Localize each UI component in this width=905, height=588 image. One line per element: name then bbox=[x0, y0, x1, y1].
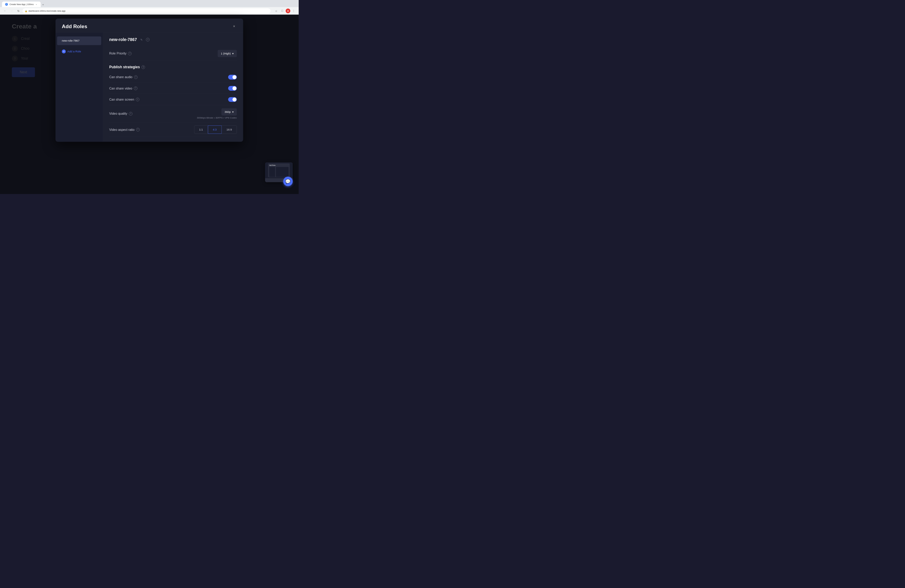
video-quality-label-group: Video quality ? bbox=[109, 112, 132, 116]
thumbnail-title: Add Roles bbox=[269, 165, 289, 166]
video-quality-label: Video quality bbox=[109, 112, 127, 116]
modal-title: Add Roles bbox=[62, 23, 87, 29]
forward-button[interactable]: → bbox=[9, 8, 14, 13]
menu-button[interactable]: ⋮ bbox=[291, 8, 296, 13]
aspect-ratio-4x3[interactable]: 4:3 bbox=[208, 126, 222, 134]
refresh-button[interactable]: ↻ bbox=[16, 8, 21, 13]
role-name-display: new-role-7867 bbox=[109, 37, 137, 42]
can-share-video-label-group: Can share video ? bbox=[109, 86, 137, 90]
aspect-ratio-group: 1:1 4:3 16:9 bbox=[194, 126, 237, 134]
thumbnail-mini-modal: Add Roles bbox=[268, 164, 290, 177]
video-quality-value: 360p bbox=[224, 110, 231, 113]
quality-chevron-icon: ▾ bbox=[232, 110, 234, 113]
role-name-help-icon[interactable]: ? bbox=[146, 38, 150, 41]
edit-role-name-button[interactable]: ✎ bbox=[139, 37, 144, 42]
can-share-screen-toggle[interactable] bbox=[228, 97, 237, 102]
publish-strategies-help-icon[interactable]: ? bbox=[141, 65, 145, 69]
can-share-audio-toggle[interactable] bbox=[228, 75, 237, 79]
extension-button[interactable]: □ bbox=[280, 8, 285, 13]
browser-chrome: H Create New App | 100ms × + ← → ↻ 🔒 das… bbox=[0, 0, 298, 15]
can-share-audio-label-group: Can share audio ? bbox=[109, 75, 138, 79]
url-text: dashboard.100ms.live/create-new-app bbox=[29, 10, 65, 12]
video-quality-info: 300kbps Bitrate • 30FPS • VP8 Codec bbox=[197, 116, 237, 119]
roles-sidebar: new-role-7867 + Add a Role bbox=[56, 33, 103, 142]
role-priority-dropdown[interactable]: 1 (High) ▾ bbox=[218, 50, 237, 57]
modal-body: new-role-7867 + Add a Role new-role-7867… bbox=[56, 33, 243, 142]
can-share-screen-help-icon[interactable]: ? bbox=[136, 98, 140, 101]
video-aspect-ratio-help-icon[interactable]: ? bbox=[136, 128, 140, 132]
role-priority-value: 1 (High) bbox=[221, 52, 231, 55]
tab-bar: H Create New App | 100ms × + bbox=[0, 0, 298, 7]
can-share-screen-toggle-knob bbox=[233, 98, 237, 102]
can-share-screen-label-group: Can share screen ? bbox=[109, 98, 140, 101]
video-quality-help-icon[interactable]: ? bbox=[129, 112, 133, 116]
role-priority-label: Role Priority bbox=[109, 52, 127, 56]
active-tab[interactable]: H Create New App | 100ms × bbox=[2, 2, 41, 7]
page-background: Create a 1 Creat 2 Choo 3 Your Next Add … bbox=[0, 15, 298, 194]
video-quality-row: Video quality ? 360p ▾ 300kbps Bitrate •… bbox=[109, 105, 237, 122]
chat-button[interactable]: 💬 bbox=[283, 176, 293, 186]
modal-header: Add Roles × bbox=[56, 19, 243, 33]
can-share-video-toggle-knob bbox=[233, 86, 237, 90]
role-priority-help-icon[interactable]: ? bbox=[128, 52, 132, 56]
add-role-plus-icon: + bbox=[62, 49, 66, 53]
publish-strategies-label: Publish strategies bbox=[109, 65, 140, 69]
video-quality-dropdown[interactable]: 360p ▾ bbox=[221, 108, 237, 116]
can-share-audio-toggle-knob bbox=[233, 75, 237, 79]
can-share-video-label: Can share video bbox=[109, 86, 132, 90]
video-aspect-ratio-label: Video aspect ratio bbox=[109, 128, 134, 132]
can-share-audio-label: Can share audio bbox=[109, 75, 132, 79]
edit-icon: ✎ bbox=[140, 38, 143, 41]
modal-overlay: Add Roles × new-role-7867 + Add a Role bbox=[0, 15, 298, 194]
thumbnail-main-mini bbox=[276, 167, 289, 177]
chevron-down-icon: ▾ bbox=[232, 52, 234, 55]
video-aspect-ratio-label-group: Video aspect ratio ? bbox=[109, 128, 140, 132]
video-aspect-ratio-row: Video aspect ratio ? 1:1 4:3 16:9 bbox=[109, 122, 237, 137]
new-tab-button[interactable]: + bbox=[41, 2, 46, 7]
can-share-audio-help-icon[interactable]: ? bbox=[134, 75, 138, 79]
tab-favicon: H bbox=[5, 3, 8, 6]
add-roles-modal: Add Roles × new-role-7867 + Add a Role bbox=[56, 19, 243, 142]
can-share-video-help-icon[interactable]: ? bbox=[134, 86, 137, 90]
video-quality-right: 360p ▾ 300kbps Bitrate • 30FPS • VP8 Cod… bbox=[197, 108, 237, 119]
browser-actions: ☆ □ A ⋮ bbox=[274, 8, 296, 13]
can-share-video-row: Can share video ? bbox=[109, 83, 237, 94]
role-item-new-role[interactable]: new-role-7867 bbox=[57, 37, 102, 45]
tab-title: Create New App | 100ms bbox=[10, 3, 34, 6]
publish-strategies-title: Publish strategies ? bbox=[109, 60, 237, 72]
profile-avatar[interactable]: A bbox=[286, 8, 290, 13]
role-name-row: new-role-7867 ✎ ? bbox=[109, 37, 237, 42]
thumbnail-inner: Add Roles bbox=[265, 162, 293, 178]
aspect-ratio-16x9[interactable]: 16:9 bbox=[221, 126, 237, 134]
bookmark-button[interactable]: ☆ bbox=[274, 8, 279, 13]
question-mark-icon: ? bbox=[147, 38, 148, 41]
add-role-button[interactable]: + Add a Role bbox=[57, 47, 102, 56]
nav-bar: ← → ↻ 🔒 dashboard.100ms.live/create-new-… bbox=[0, 7, 298, 15]
back-button[interactable]: ← bbox=[2, 8, 8, 13]
lock-icon: 🔒 bbox=[25, 10, 27, 12]
role-priority-row: Role Priority ? 1 (High) ▾ bbox=[109, 47, 237, 60]
can-share-screen-label: Can share screen bbox=[109, 98, 134, 101]
can-share-screen-row: Can share screen ? bbox=[109, 94, 237, 105]
can-share-audio-row: Can share audio ? bbox=[109, 72, 237, 83]
role-content-panel: new-role-7867 ✎ ? Role Priority ? bbox=[103, 33, 243, 142]
modal-close-button[interactable]: × bbox=[231, 24, 237, 29]
aspect-ratio-1x1[interactable]: 1:1 bbox=[194, 126, 208, 134]
tab-close-button[interactable]: × bbox=[35, 3, 38, 6]
address-bar[interactable]: 🔒 dashboard.100ms.live/create-new-app bbox=[22, 8, 270, 13]
can-share-video-toggle[interactable] bbox=[228, 86, 237, 91]
add-role-label: Add a Role bbox=[67, 50, 81, 53]
role-priority-label-group: Role Priority ? bbox=[109, 52, 132, 56]
thumbnail-sidebar-mini bbox=[269, 167, 275, 177]
thumbnail-content bbox=[269, 167, 289, 177]
